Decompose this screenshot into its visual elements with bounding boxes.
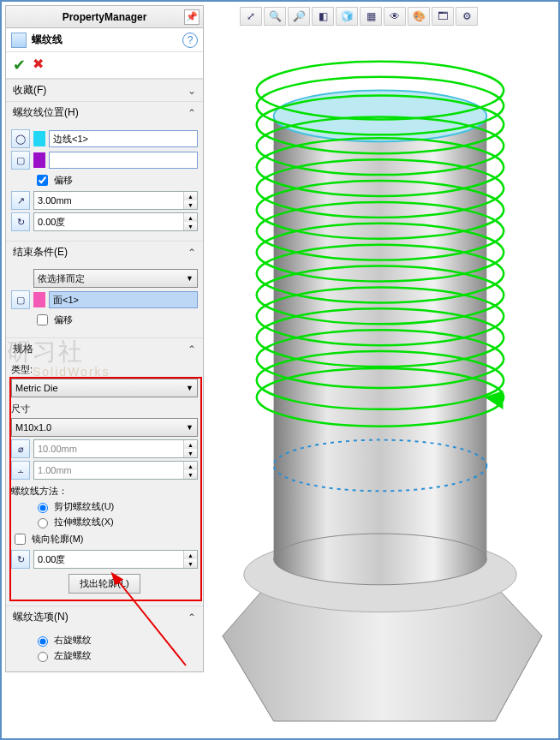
face-select-icon: ▢ <box>11 290 30 309</box>
view-settings-icon[interactable]: ⚙ <box>456 7 478 26</box>
color-swatch-cyan <box>33 131 45 146</box>
offset-distance-spinner[interactable]: ▲▼ <box>33 191 198 210</box>
previous-view-icon[interactable]: 🔎 <box>288 7 310 26</box>
offset-checkbox[interactable] <box>37 175 48 186</box>
heads-up-toolbar: ⤢ 🔍 🔎 ◧ 🧊 ▦ 👁 🎨 🗔 ⚙ <box>240 7 478 26</box>
rotation-angle-spinner[interactable]: ▲▼ <box>33 550 198 569</box>
diameter-icon: ⌀ <box>11 439 30 458</box>
chevron-up-icon: ⌃ <box>188 107 196 119</box>
section-specification[interactable]: 规格⌃ <box>6 337 203 360</box>
end-condition-body: 依选择而定▼ ▢ 偏移 <box>6 263 203 337</box>
thread-size-combo[interactable]: M10x1.0▼ <box>11 418 198 437</box>
feature-name: 螺纹线 <box>32 33 63 47</box>
zoom-area-icon[interactable]: 🔍 <box>264 7 286 26</box>
ok-cancel-row: ✔ ✖ <box>6 52 203 79</box>
type-label: 类型: <box>11 363 198 376</box>
hide-show-icon[interactable]: 👁 <box>384 7 406 26</box>
pm-title-text: PropertyManager <box>63 11 147 23</box>
start-angle-spinner[interactable]: ▲▼ <box>33 212 198 231</box>
diameter-spinner[interactable]: ▲▼ <box>33 439 198 458</box>
end-condition-combo[interactable]: 依选择而定▼ <box>33 269 198 288</box>
edge-selection-field[interactable] <box>49 130 198 147</box>
end-offset-checkbox[interactable] <box>37 314 48 325</box>
start-face-field[interactable] <box>49 152 198 169</box>
end-face-field[interactable] <box>49 291 198 308</box>
chevron-down-icon: ⌄ <box>188 85 196 97</box>
color-swatch-pink <box>33 292 45 307</box>
feature-header: 螺纹线 ? <box>6 28 203 52</box>
mirror-profile-checkbox[interactable] <box>15 534 26 545</box>
pin-button[interactable]: 📌 <box>184 9 200 25</box>
pitch-spinner[interactable]: ▲▼ <box>33 461 198 480</box>
svg-rect-1 <box>274 116 487 558</box>
right-hand-radio[interactable] <box>38 636 48 647</box>
end-offset-label: 偏移 <box>54 313 73 326</box>
thread-method-label: 螺纹线方法： <box>11 485 198 498</box>
edit-appearance-icon[interactable]: 🎨 <box>408 7 430 26</box>
extrude-thread-radio[interactable] <box>38 518 48 528</box>
cylinder-icon: ◯ <box>11 129 30 148</box>
chevron-up-icon: ⌃ <box>188 247 196 259</box>
left-hand-label: 左旋螺纹 <box>54 649 92 662</box>
extrude-thread-label: 拉伸螺纹线(X) <box>54 516 114 528</box>
cancel-button[interactable]: ✖ <box>33 56 44 75</box>
section-favorites[interactable]: 收藏(F)⌄ <box>6 79 203 101</box>
section-thread-position[interactable]: 螺纹线位置(H)⌃ <box>6 101 203 123</box>
face-icon: ▢ <box>11 151 30 170</box>
thread-type-combo[interactable]: Metric Die▼ <box>11 379 198 397</box>
right-hand-label: 右旋螺纹 <box>54 634 92 647</box>
zoom-fit-icon[interactable]: ⤢ <box>240 7 262 26</box>
pm-title-bar: PropertyManager 📌 <box>6 6 203 28</box>
offset-label: 偏移 <box>54 174 73 187</box>
ok-button[interactable]: ✔ <box>13 56 26 75</box>
section-end-condition[interactable]: 结束条件(E)⌃ <box>6 241 203 263</box>
svg-point-2 <box>274 534 487 585</box>
rotation-angle-icon[interactable]: ↻ <box>11 550 30 569</box>
help-button[interactable]: ? <box>182 33 198 48</box>
left-hand-radio[interactable] <box>38 652 48 662</box>
reverse-direction-icon[interactable]: ↗ <box>11 191 30 210</box>
3d-model-render <box>206 5 555 735</box>
cut-thread-label: 剪切螺纹线(U) <box>54 500 114 513</box>
color-swatch-purple <box>33 152 45 168</box>
pitch-icon: ⫠ <box>11 461 30 480</box>
3d-viewport[interactable]: ⤢ 🔍 🔎 ◧ 🧊 ▦ 👁 🎨 🗔 ⚙ <box>206 5 555 735</box>
thread-feature-icon <box>11 33 27 48</box>
angle-icon[interactable]: ↻ <box>11 212 30 231</box>
annotation-arrow-svg <box>104 567 199 670</box>
size-label: 尺寸 <box>11 403 198 415</box>
chevron-up-icon: ⌃ <box>188 343 196 355</box>
section-view-icon[interactable]: ◧ <box>312 7 334 26</box>
cut-thread-radio[interactable] <box>38 503 48 513</box>
thread-position-body: ◯ ▢ 偏移 ↗ ▲▼ ↻ ▲▼ <box>6 123 203 241</box>
apply-scene-icon[interactable]: 🗔 <box>432 7 454 26</box>
mirror-profile-label: 镜向轮廓(M) <box>32 533 84 546</box>
display-style-icon[interactable]: ▦ <box>360 7 382 26</box>
view-orientation-icon[interactable]: 🧊 <box>336 7 358 26</box>
